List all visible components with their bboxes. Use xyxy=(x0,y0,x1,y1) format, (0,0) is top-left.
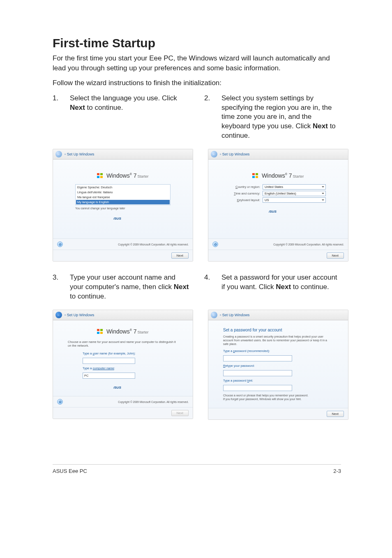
step-number: 2. xyxy=(204,94,212,141)
time-currency-select[interactable]: English (United States) xyxy=(263,191,326,196)
step-number: 4. xyxy=(204,273,212,292)
windows-flag-icon xyxy=(97,329,103,334)
step-3: 3. Type your user account name and your … xyxy=(53,273,189,301)
password-heading: Set a password for your account xyxy=(223,328,333,332)
list-item[interactable]: Ma langue est française xyxy=(76,195,170,200)
list-item[interactable]: Eigene Sprache: Deutsch xyxy=(76,185,170,190)
wizard-footer: ✿ Copyright © 2009 Microsoft Corporation… xyxy=(53,396,193,407)
back-icon[interactable]: ← xyxy=(211,151,217,157)
setup-wizard-language: ← ▫ Set Up Windows Windows® 7Starter Eig… xyxy=(53,149,193,262)
step-text: Type your user account name and your com… xyxy=(70,273,189,301)
step-text: Set a password for your user account if … xyxy=(221,273,341,292)
setup-wizard-region: ← ▫ Set Up Windows Windows® 7Starter Cou… xyxy=(208,149,348,262)
computername-label: Type a computer name: xyxy=(83,366,163,370)
windows-logo: Windows® 7Starter xyxy=(68,328,178,335)
step-text: Select you system settings by specifying… xyxy=(221,94,341,141)
step-4: 4. Set a password for your user account … xyxy=(204,273,341,292)
page-footer: ASUS Eee PC 2-3 xyxy=(53,464,341,485)
country-select[interactable]: United States xyxy=(263,184,326,190)
setup-wizard-password: ← ▫ Set Up Windows Set a password for yo… xyxy=(208,310,348,419)
windows-logo: Windows® 7Starter xyxy=(75,172,171,179)
footer-right: 2-3 xyxy=(333,468,341,474)
windows-logo: Windows® 7Starter xyxy=(231,172,326,179)
windows-flag-icon xyxy=(97,173,103,178)
language-note: You cannot change your language later xyxy=(75,207,171,210)
svg-text:/SUS: /SUS xyxy=(113,217,121,221)
lead-text: Follow the wizard instructions to finish… xyxy=(53,79,341,87)
wizard-button-row: Next xyxy=(208,408,348,419)
wizard-button-row: Next xyxy=(53,250,193,261)
page-title: First-time Startup xyxy=(53,36,341,50)
footer-left: ASUS Eee PC xyxy=(53,468,87,474)
copyright-text: Copyright © 2009 Microsoft Corporation. … xyxy=(273,243,344,246)
window-titlebar: ← ▫ Set Up Windows xyxy=(53,310,193,320)
retype-label: Retype your password: xyxy=(223,364,333,368)
windows-flag-icon xyxy=(252,173,258,178)
account-link[interactable]: account xyxy=(108,340,119,344)
keyboard-row: Keyboard layout: US xyxy=(231,197,326,203)
password-label: Type a password (recommended): xyxy=(223,349,333,353)
language-listbox[interactable]: Eigene Sprache: Deutsch Lingua dell'uten… xyxy=(75,184,171,205)
field-label: Time and currency: xyxy=(231,192,260,195)
back-icon[interactable]: ← xyxy=(211,312,217,318)
back-icon[interactable]: ← xyxy=(55,312,62,318)
window-titlebar: ← ▫ Set Up Windows xyxy=(53,149,193,160)
retype-password-input[interactable] xyxy=(223,370,292,376)
country-row: Country or region: United States xyxy=(231,184,326,190)
ease-of-access-icon[interactable]: ✿ xyxy=(212,241,218,247)
step-text: Select the language you use. Click Next … xyxy=(70,94,189,113)
wizard-footer: ✿ Copyright © 2009 Microsoft Corporation… xyxy=(53,238,193,250)
step-number: 1. xyxy=(53,94,60,113)
window-titlebar: ← ▫ Set Up Windows xyxy=(208,149,348,160)
username-label: Type a user name (for example, John): xyxy=(83,352,163,355)
list-item-selected[interactable]: My language is English xyxy=(76,200,170,205)
step-1: 1. Select the language you use. Click Ne… xyxy=(53,94,189,113)
wizard-button-row: Next xyxy=(208,250,348,261)
window-titlebar: ← ▫ Set Up Windows xyxy=(208,310,348,320)
copyright-text: Copyright © 2009 Microsoft Corporation. … xyxy=(118,243,189,246)
wizard-button-row: Next xyxy=(53,407,193,419)
intro-text: For the first time you start your Eee PC… xyxy=(53,53,341,73)
password-desc: Creating a password is a smart security … xyxy=(223,335,333,346)
window-title: ▫ Set Up Windows xyxy=(65,152,94,156)
asus-logo: /SUS xyxy=(231,208,326,215)
window-title: ▫ Set Up Windows xyxy=(220,313,249,317)
next-button: Next xyxy=(171,410,189,416)
computer-name-link[interactable]: computer name xyxy=(93,366,114,370)
wizard-footer: ✿ Copyright © 2009 Microsoft Corporation… xyxy=(208,238,348,250)
window-title: ▫ Set Up Windows xyxy=(65,313,94,317)
hint-input[interactable] xyxy=(223,385,292,391)
back-icon[interactable]: ← xyxy=(55,151,62,157)
copyright-text: Copyright © 2009 Microsoft Corporation. … xyxy=(118,401,189,403)
svg-text:/SUS: /SUS xyxy=(113,386,121,389)
svg-text:/SUS: /SUS xyxy=(269,210,277,214)
field-label: Keyboard layout: xyxy=(231,198,260,202)
window-title: ▫ Set Up Windows xyxy=(220,152,249,156)
hint-label: Type a password hint: xyxy=(223,379,333,382)
asus-logo: /SUS xyxy=(75,215,171,222)
step-number: 3. xyxy=(53,273,60,301)
field-label: Country or region: xyxy=(231,185,260,189)
next-button[interactable]: Next xyxy=(327,411,344,417)
username-input[interactable] xyxy=(83,358,135,364)
password-input[interactable] xyxy=(223,355,292,361)
next-button[interactable]: Next xyxy=(171,252,189,259)
setup-wizard-username: ← ▫ Set Up Windows Windows® 7Starter Cho… xyxy=(53,310,193,419)
list-item[interactable]: Lingua dell'utente: italiano xyxy=(76,190,170,195)
hint-note: Choose a word or phrase that helps you r… xyxy=(223,394,333,401)
ease-of-access-icon[interactable]: ✿ xyxy=(57,241,63,247)
step-2: 2. Select you system settings by specify… xyxy=(204,94,341,141)
username-subtitle: Choose a user name for your account and … xyxy=(68,340,178,347)
asus-logo: /SUS xyxy=(68,384,178,391)
next-button[interactable]: Next xyxy=(327,252,344,259)
keyboard-select[interactable]: US xyxy=(263,197,326,203)
time-row: Time and currency: English (United State… xyxy=(231,191,326,196)
ease-of-access-icon[interactable]: ✿ xyxy=(57,399,63,405)
computername-input[interactable] xyxy=(83,373,135,379)
